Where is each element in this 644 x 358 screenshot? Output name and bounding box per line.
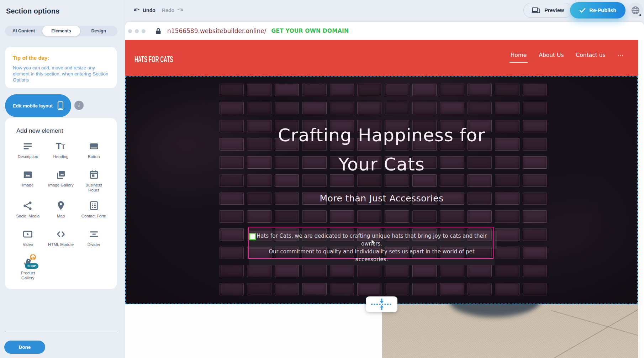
element-item-html-module[interactable]: HTML Module — [44, 229, 78, 249]
hero-heading-line1: Crafting Happiness for — [125, 121, 638, 150]
hero-description-line2: Our commitment to quality and individual… — [253, 248, 490, 263]
next-section-left — [125, 304, 382, 358]
redo-button[interactable]: Redo — [162, 5, 184, 16]
browser-dots-icon — [128, 29, 146, 33]
language-globe-button[interactable] — [628, 2, 643, 18]
html-module-icon — [56, 229, 66, 239]
business-hours-icon — [89, 169, 99, 180]
hero-vignette — [125, 76, 638, 304]
devices-icon — [532, 7, 541, 14]
element-item-label: Heading — [53, 154, 69, 159]
site-preview-window: n1566589.websitebuilder.online/ GET YOUR… — [125, 22, 644, 358]
heading-icon: TT — [56, 141, 66, 152]
map-icon — [56, 200, 66, 211]
tab-elements[interactable]: Elements — [42, 26, 80, 36]
element-item-label: Image Gallery — [48, 183, 74, 188]
tip-title: Tip of the day: — [13, 55, 109, 61]
add-new-element-card: Add new element DescriptionTTHeadingButt… — [5, 118, 117, 289]
button-icon — [89, 141, 99, 152]
element-item-image-gallery[interactable]: Image Gallery — [44, 169, 78, 193]
hero-heading[interactable]: Crafting Happiness for Your Cats — [125, 121, 638, 179]
hero-heading-line2: Your Cats — [125, 150, 638, 179]
tab-design[interactable]: Design — [80, 26, 117, 36]
element-item-product-gallery[interactable]: SHOPProduct Gallery — [11, 257, 44, 280]
svg-text:T: T — [56, 141, 61, 151]
tab-ai-content[interactable]: AI Content — [5, 26, 42, 36]
nav-more-ellipsis[interactable]: ... — [618, 51, 624, 57]
done-button[interactable]: Done — [4, 341, 45, 354]
divider-icon — [89, 229, 99, 239]
element-item-label: Map — [57, 214, 65, 219]
globe-notification-dot — [639, 14, 642, 17]
selected-description-element[interactable]: Hats for Cats, we are dedicated to craft… — [248, 227, 493, 259]
site-canvas: HATS FOR CATS Home About Us Contact us .… — [125, 40, 638, 358]
element-item-divider[interactable]: Divider — [77, 229, 110, 249]
element-item-social-media[interactable]: Social Media — [11, 200, 44, 221]
globe-icon — [631, 6, 640, 15]
nav-item-contact-us[interactable]: Contact us — [576, 52, 606, 63]
info-icon[interactable]: i — [74, 101, 84, 110]
republish-label: Re-Publish — [589, 7, 616, 13]
preview-label: Preview — [544, 7, 564, 13]
element-item-label: Product Gallery — [15, 270, 41, 280]
site-nav: Home About Us Contact us ... — [511, 52, 624, 63]
site-logo[interactable]: HATS FOR CATS — [134, 55, 173, 64]
element-item-button[interactable]: Button — [77, 141, 110, 162]
element-item-video[interactable]: Video — [11, 229, 44, 249]
element-item-description[interactable]: Description — [11, 141, 44, 162]
element-item-label: Button — [88, 154, 100, 159]
element-item-label: Contact Form — [81, 214, 106, 219]
hero-section[interactable]: Crafting Happiness for Your Cats More th… — [125, 76, 638, 304]
element-item-label: Description — [18, 154, 38, 159]
undo-icon — [133, 7, 140, 13]
panel-tabs: AI Content Elements Design — [5, 26, 117, 36]
scrollbar-thumb[interactable] — [639, 60, 643, 138]
nav-item-home[interactable]: Home — [511, 52, 527, 63]
element-item-label: Business Hours — [81, 183, 107, 193]
undo-label: Undo — [143, 7, 155, 13]
hero-description-line1: Hats for Cats, we are dedicated to craft… — [253, 232, 490, 248]
element-item-label: Social Media — [16, 214, 39, 219]
upgrade-arrow-icon — [30, 254, 36, 260]
floor-tile-seam-2 — [551, 310, 638, 343]
republish-button[interactable]: Re-Publish — [570, 2, 625, 19]
next-section[interactable] — [125, 304, 638, 358]
svg-text:T: T — [61, 143, 65, 151]
product-gallery-icon: SHOP — [22, 257, 33, 268]
element-item-business-hours[interactable]: Business Hours — [77, 169, 110, 193]
element-item-label: HTML Module — [48, 242, 74, 247]
section-height-resize-handle[interactable] — [366, 296, 397, 312]
element-item-heading[interactable]: TTHeading — [44, 141, 78, 162]
redo-icon — [177, 7, 184, 13]
preview-button[interactable]: Preview — [523, 3, 572, 18]
element-item-label: Video — [23, 242, 33, 247]
edit-mobile-layout-button[interactable]: Edit mobile layout — [5, 94, 71, 117]
element-item-label: Image — [22, 183, 33, 188]
phone-icon — [57, 101, 64, 110]
element-item-map[interactable]: Map — [44, 200, 78, 221]
social-media-icon — [22, 200, 33, 211]
lock-icon — [155, 28, 161, 35]
hero-description: Hats for Cats, we are dedicated to craft… — [253, 232, 490, 263]
redo-label: Redo — [162, 7, 174, 13]
contact-form-icon — [89, 200, 99, 211]
edit-mobile-label: Edit mobile layout — [13, 103, 53, 109]
get-your-own-domain-link[interactable]: GET YOUR OWN DOMAIN — [271, 28, 349, 34]
nav-item-about-us[interactable]: About Us — [539, 52, 564, 63]
hero-subheading[interactable]: More than Just Accessories — [125, 193, 638, 204]
tip-of-the-day-card: Tip of the day: Now you can add, move an… — [5, 47, 117, 88]
element-item-contact-form[interactable]: Contact Form — [77, 200, 110, 221]
browser-url-bar: n1566589.websitebuilder.online/ GET YOUR… — [125, 22, 644, 40]
next-section-image — [382, 304, 638, 358]
tip-body: Now you can add, move and resize any ele… — [13, 65, 109, 83]
description-icon — [22, 141, 33, 152]
browser-scrollbar — [638, 40, 644, 358]
element-item-label: Divider — [88, 242, 100, 247]
site-header: HATS FOR CATS Home About Us Contact us .… — [125, 40, 638, 76]
builder-topbar: Undo Redo Preview Re-Publish — [0, 0, 644, 22]
element-item-image[interactable]: Image — [11, 169, 44, 193]
site-url[interactable]: n1566589.websitebuilder.online/ — [167, 27, 266, 35]
undo-button[interactable]: Undo — [133, 5, 155, 16]
check-icon — [579, 8, 586, 13]
add-element-title: Add new element — [16, 127, 110, 135]
